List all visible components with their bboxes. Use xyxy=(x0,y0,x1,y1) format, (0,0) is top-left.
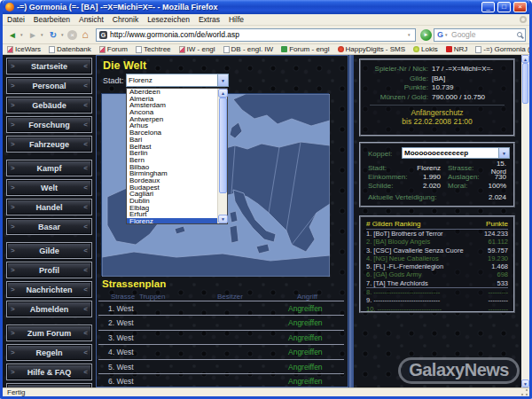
throbber-icon xyxy=(520,16,527,23)
search-icon[interactable] xyxy=(517,32,522,37)
sidebar-item[interactable]: Forschung xyxy=(6,116,92,133)
bookmark-label: IceWars xyxy=(15,45,41,53)
guild-points: 533 xyxy=(497,279,508,287)
guild-name: 10. ----------------------------- xyxy=(366,305,485,313)
attack-link[interactable]: Angreiffen xyxy=(288,318,323,327)
sidebar-item[interactable]: Profil xyxy=(6,262,92,278)
chevron-down-icon[interactable]: ▼ xyxy=(498,148,509,158)
city-select-value: Florenz xyxy=(127,76,217,84)
sidebar-item[interactable]: Fahrzeuge xyxy=(6,136,92,153)
menu-item[interactable]: Hilfe xyxy=(224,15,248,24)
city-dropdown-list: AberdeenAlmeriaAmsterdamAnconaAntwerpenA… xyxy=(126,88,228,224)
city-list-scrollbar[interactable]: ▲ ▼ xyxy=(217,89,227,223)
scroll-down-icon[interactable]: ▼ xyxy=(521,379,529,387)
reload-button[interactable]: ↻ xyxy=(47,28,59,41)
street-name: 6. West xyxy=(108,377,134,386)
forward-button[interactable]: ► xyxy=(27,28,39,41)
close-button[interactable]: × xyxy=(513,2,527,12)
url-dropdown-icon[interactable]: ▾ xyxy=(408,32,412,37)
menu-item[interactable]: Ansicht xyxy=(74,15,108,24)
home-button[interactable]: ⌂ xyxy=(79,28,91,41)
resize-grip-icon[interactable] xyxy=(520,388,528,396)
bookmark-item[interactable]: Lokis xyxy=(413,45,438,53)
street-name: 1. West xyxy=(108,304,134,313)
bookmark-item[interactable]: IceWars xyxy=(7,45,41,53)
sidebar-item[interactable]: Hilfe & FAQ xyxy=(6,364,92,380)
search-engine-dropdown-icon[interactable]: ▾ xyxy=(445,32,450,37)
attack-link[interactable]: Angreiffen xyxy=(288,348,323,356)
bookmark-item[interactable]: Forum xyxy=(99,45,128,53)
back-button[interactable]: ◄ xyxy=(6,28,19,41)
stat-label: Moral: xyxy=(448,182,487,190)
city-select[interactable]: Florenz ▼ xyxy=(126,74,229,87)
sidebar-item[interactable]: Gilde xyxy=(6,242,92,259)
bookmark-item[interactable]: -=) Gormonia (=- xyxy=(475,45,529,53)
menu-item[interactable]: Lesezeichen xyxy=(143,15,194,24)
sidebar-item[interactable]: Handel xyxy=(6,199,92,215)
guild-name: 3. [CSC] Cavalierie Senza Cuore xyxy=(366,246,484,254)
maximize-button[interactable]: □ xyxy=(497,2,511,12)
forward-dropdown-icon[interactable]: ▾ xyxy=(41,32,45,37)
koppel-stat-row: Einkommen: 1.990 Auslagen: 730 xyxy=(361,172,513,181)
streets-table: 1. West Angreiffen 2. West Angreiffen 3.… xyxy=(98,301,344,387)
sidebar-item[interactable]: Zum Forum xyxy=(6,325,92,341)
go-button[interactable]: ► xyxy=(420,29,432,41)
sidebar-item[interactable]: Regeln xyxy=(6,344,92,361)
scroll-thumb[interactable] xyxy=(522,63,528,104)
search-box[interactable]: G ▾ Google xyxy=(434,28,526,42)
reload-dropdown-icon[interactable]: ▾ xyxy=(61,32,66,37)
titlebar[interactable]: -=) Gormonia (=- [BA] -=X=Michi=X=- - Mo… xyxy=(3,0,529,14)
bookmark-item[interactable]: HappyDigits - SMS xyxy=(338,45,406,53)
money-value: 790.000 / 10.750 xyxy=(432,93,485,103)
scroll-up-icon[interactable]: ▲ xyxy=(218,89,228,98)
menu-item[interactable]: Extras xyxy=(194,15,224,24)
scroll-up-icon[interactable]: ▲ xyxy=(521,55,529,63)
stop-button[interactable]: × xyxy=(67,30,77,40)
bookmark-icon xyxy=(281,46,287,52)
bookmark-item[interactable]: Forum - engl xyxy=(281,45,329,53)
points-label: Punkte: xyxy=(361,83,428,93)
sidebar-item[interactable]: Kampf xyxy=(6,160,92,176)
bookmark-item[interactable]: NRJ xyxy=(446,45,468,53)
sidebar-item[interactable]: Kontakt xyxy=(6,383,92,387)
back-dropdown-icon[interactable]: ▾ xyxy=(20,32,25,37)
menu-item[interactable]: Datei xyxy=(3,15,29,24)
sidebar-item[interactable]: Personal xyxy=(6,77,92,94)
url-bar[interactable]: G http://www.gormonia.com/de/world.asp ▾ xyxy=(96,28,416,42)
bookmark-label: Techtree xyxy=(144,45,171,53)
ranking-row: 7. [TA] The Archlords 533 xyxy=(366,279,508,287)
table-row: 3. West Angreiffen xyxy=(98,330,344,344)
ranking-row: 4. [NG] Neue Caballeros 19.230 xyxy=(366,254,508,262)
bookmark-item[interactable]: DB - engl. IW xyxy=(223,45,274,53)
sidebar-item[interactable]: Gebäude xyxy=(6,97,92,113)
menu-item[interactable]: Chronik xyxy=(108,15,143,24)
attack-link[interactable]: Angreiffen xyxy=(288,333,323,342)
sidebar-item[interactable]: Startseite xyxy=(6,58,92,74)
attack-link[interactable]: Angreiffen xyxy=(288,363,323,372)
chevron-down-icon[interactable]: ▼ xyxy=(217,74,228,86)
koppel-select[interactable]: Mooooooeeeeeeep ▼ xyxy=(402,147,510,159)
table-row: 1. West Angreiffen xyxy=(98,301,344,315)
vertical-scrollbar[interactable]: ▲ ▼ xyxy=(521,55,529,387)
guild-label: Gilde: xyxy=(361,74,428,84)
sidebar-item[interactable]: Welt xyxy=(6,179,92,196)
bookmark-item[interactable]: Datenbank xyxy=(49,45,91,53)
sidebar-item[interactable]: Abmelden xyxy=(6,301,92,317)
search-input[interactable]: Google xyxy=(451,30,515,39)
bookmark-item[interactable]: Techtree xyxy=(136,45,171,53)
attack-link[interactable]: Angreiffen xyxy=(288,377,323,386)
sidebar-item[interactable]: Basar xyxy=(6,218,92,235)
menu-item[interactable]: Bearbeiten xyxy=(29,15,74,24)
bookmark-item[interactable]: IW - engl xyxy=(179,45,215,53)
sidebar-item[interactable]: Nachrichten xyxy=(6,281,92,298)
attack-link[interactable]: Angreiffen xyxy=(288,304,323,313)
scroll-down-icon[interactable]: ▼ xyxy=(218,215,228,223)
info-frame: Spieler-Nr / Nick:17 / -=X=Michi=X=- Gil… xyxy=(354,55,521,387)
bookmark-label: HappyDigits - SMS xyxy=(346,45,406,53)
city-option[interactable]: Florenz xyxy=(127,218,217,223)
minimize-button[interactable]: _ xyxy=(481,2,495,12)
scroll-thumb[interactable] xyxy=(219,98,227,193)
url-input[interactable]: http://www.gormonia.com/de/world.asp xyxy=(110,30,405,39)
guild-points: 59.757 xyxy=(488,246,508,254)
table-row: 6. West Angreiffen xyxy=(98,373,344,387)
